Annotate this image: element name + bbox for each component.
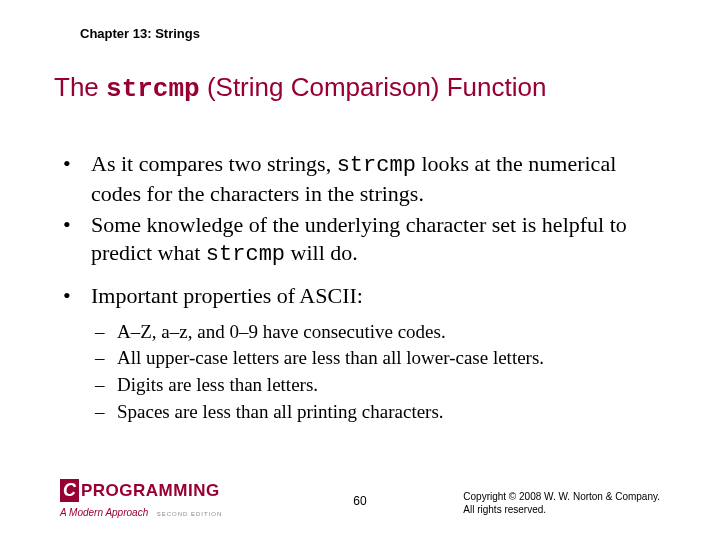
copyright: Copyright © 2008 W. W. Norton & Company.… — [463, 491, 660, 516]
bullet-code: strcmp — [337, 153, 416, 178]
bullet-dot: • — [63, 150, 91, 207]
subbullet-item: – Spaces are less than all printing char… — [95, 400, 670, 424]
logo-prog: PROGRAMMING — [81, 481, 220, 501]
bullet-text: Important properties of ASCII: — [91, 282, 670, 310]
bullet-text: Some knowledge of the underlying charact… — [91, 211, 670, 268]
bullet-pre: Some knowledge of the underlying charact… — [91, 212, 627, 265]
footer: C PROGRAMMING A Modern Approach SECOND E… — [60, 480, 660, 520]
bullet-code: strcmp — [206, 242, 285, 267]
sublist: – A–Z, a–z, and 0–9 have consecutive cod… — [63, 320, 670, 424]
copyright-line2: All rights reserved. — [463, 504, 660, 517]
page-number: 60 — [353, 494, 366, 508]
logo-sub: A Modern Approach — [60, 507, 148, 518]
slide-title: The strcmp (String Comparison) Function — [54, 72, 546, 104]
bullet-dot: • — [63, 211, 91, 268]
title-post: (String Comparison) Function — [200, 72, 547, 102]
subbullet-dash: – — [95, 373, 117, 397]
subbullet-text: All upper-case letters are less than all… — [117, 346, 670, 370]
subbullet-text: Spaces are less than all printing charac… — [117, 400, 670, 424]
bullet-post: will do. — [285, 240, 358, 265]
bullet-pre: Important properties of ASCII: — [91, 283, 363, 308]
bullet-text: As it compares two strings, strcmp looks… — [91, 150, 670, 207]
content-area: • As it compares two strings, strcmp loo… — [63, 150, 670, 427]
subbullet-text: Digits are less than letters. — [117, 373, 670, 397]
logo-ed: SECOND EDITION — [157, 511, 223, 517]
subbullet-dash: – — [95, 320, 117, 344]
bullet-dot: • — [63, 282, 91, 310]
subbullet-item: – All upper-case letters are less than a… — [95, 346, 670, 370]
bullet-item: • As it compares two strings, strcmp loo… — [63, 150, 670, 207]
copyright-line1: Copyright © 2008 W. W. Norton & Company. — [463, 491, 660, 504]
title-pre: The — [54, 72, 106, 102]
title-code: strcmp — [106, 74, 200, 104]
logo-sub-row: A Modern Approach SECOND EDITION — [60, 502, 222, 520]
logo-top: C PROGRAMMING — [60, 479, 222, 502]
book-logo: C PROGRAMMING A Modern Approach SECOND E… — [60, 479, 222, 520]
bullet-pre: As it compares two strings, — [91, 151, 337, 176]
logo-c: C — [60, 479, 79, 502]
subbullet-dash: – — [95, 346, 117, 370]
chapter-header: Chapter 13: Strings — [80, 26, 200, 41]
bullet-item: • Some knowledge of the underlying chara… — [63, 211, 670, 268]
subbullet-item: – Digits are less than letters. — [95, 373, 670, 397]
bullet-item: • Important properties of ASCII: — [63, 282, 670, 310]
subbullet-text: A–Z, a–z, and 0–9 have consecutive codes… — [117, 320, 670, 344]
subbullet-dash: – — [95, 400, 117, 424]
subbullet-item: – A–Z, a–z, and 0–9 have consecutive cod… — [95, 320, 670, 344]
